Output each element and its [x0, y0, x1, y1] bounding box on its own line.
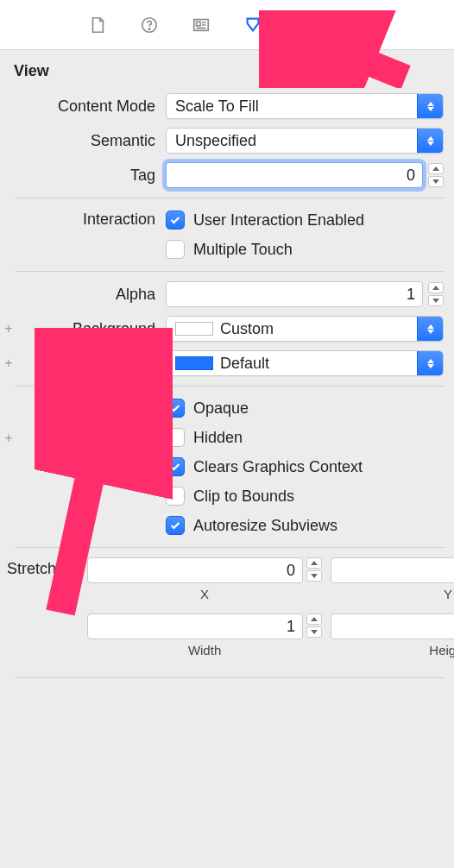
attributes-inspector-icon[interactable]: [243, 15, 263, 35]
tag-label: Tag: [24, 167, 159, 185]
chevron-updown-icon: [417, 351, 443, 375]
opaque-label: Opaque: [193, 399, 249, 418]
stretching-height-field[interactable]: [331, 613, 454, 639]
identity-inspector-icon[interactable]: [191, 15, 211, 35]
stretching-y-sublabel: Y: [331, 587, 454, 601]
opaque-checkbox[interactable]: [166, 399, 185, 418]
stretching-width-sublabel: Width: [87, 643, 322, 657]
user-interaction-enabled-checkbox[interactable]: [166, 211, 185, 230]
hidden-label: Hidden: [193, 429, 243, 447]
alpha-field[interactable]: [166, 281, 423, 307]
content-mode-select[interactable]: Scale To Fill: [166, 93, 444, 119]
chevron-updown-icon: [417, 317, 443, 341]
svg-point-1: [148, 28, 149, 28]
stretching-label: Stretching: [7, 557, 80, 578]
autoresize-label: Autoresize Subviews: [193, 517, 337, 535]
file-inspector-icon[interactable]: [87, 15, 108, 35]
attributes-inspector-panel: View Content Mode Scale To Fill Semantic…: [0, 50, 454, 868]
size-inspector-icon[interactable]: [294, 15, 315, 35]
drawing-label: Drawing: [24, 396, 159, 417]
clip-to-bounds-checkbox[interactable]: [166, 487, 185, 506]
multiple-touch-label: Multiple Touch: [193, 241, 293, 259]
user-interaction-enabled-label: User Interaction Enabled: [193, 211, 364, 230]
tint-swatch: [175, 356, 213, 370]
clears-graphics-checkbox[interactable]: [166, 457, 185, 476]
alpha-stepper[interactable]: [428, 282, 444, 306]
hidden-checkbox[interactable]: [166, 428, 185, 447]
svg-rect-3: [197, 22, 201, 26]
autoresize-checkbox[interactable]: [166, 516, 185, 535]
stretching-y-field[interactable]: [331, 557, 454, 583]
interaction-label: Interaction: [24, 208, 159, 229]
background-label: Background: [24, 320, 159, 338]
connections-inspector-icon[interactable]: [346, 15, 367, 35]
chevron-updown-icon: [417, 94, 443, 118]
clears-graphics-label: Clears Graphics Context: [193, 458, 363, 476]
alpha-label: Alpha: [24, 286, 159, 304]
help-inspector-icon[interactable]: [139, 15, 160, 35]
stretching-width-stepper[interactable]: [306, 613, 322, 639]
inspector-tabbar: [0, 0, 454, 50]
clip-to-bounds-label: Clip to Bounds: [193, 487, 294, 506]
stretching-height-sublabel: Height: [331, 643, 454, 657]
stretching-x-field[interactable]: [87, 557, 303, 583]
background-color-select[interactable]: Custom: [166, 316, 444, 342]
content-mode-label: Content Mode: [24, 97, 159, 116]
semantic-label: Semantic: [24, 132, 159, 150]
stretching-x-stepper[interactable]: [306, 557, 322, 583]
svg-rect-4: [300, 17, 304, 32]
background-swatch: [175, 322, 213, 336]
tint-color-select[interactable]: Default: [166, 350, 444, 376]
section-title-view: View: [0, 57, 454, 89]
semantic-select[interactable]: Unspecified: [166, 128, 444, 154]
drawing-add-icon[interactable]: +: [0, 396, 17, 446]
tag-stepper[interactable]: [428, 163, 444, 187]
tag-field[interactable]: [166, 162, 423, 188]
tint-label: Tint: [24, 355, 159, 373]
chevron-updown-icon: [417, 129, 443, 153]
stretching-x-sublabel: X: [87, 587, 322, 601]
stretching-width-field[interactable]: [87, 613, 303, 639]
tint-add-icon[interactable]: +: [0, 355, 17, 371]
background-add-icon[interactable]: +: [0, 321, 17, 337]
multiple-touch-checkbox[interactable]: [166, 240, 185, 259]
